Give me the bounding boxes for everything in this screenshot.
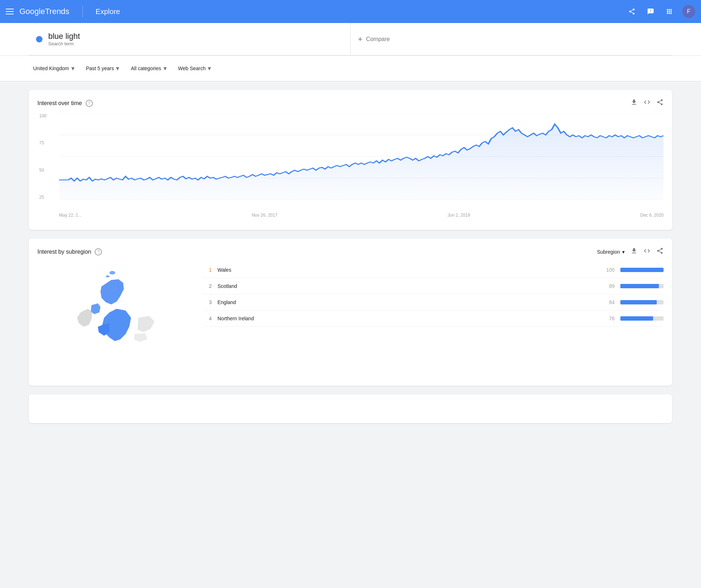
compare-box[interactable]: + Compare: [350, 23, 672, 55]
y-label-25: 25: [39, 195, 46, 200]
share-icon[interactable]: [626, 6, 638, 17]
time-dropdown-icon: ▾: [116, 64, 119, 72]
embed-icon[interactable]: [643, 99, 651, 108]
region-bar-container-northern-ireland: [620, 316, 664, 321]
subregion-dropdown[interactable]: Subregion ▾: [597, 249, 625, 255]
region-rank-2: 2: [203, 283, 212, 289]
region-bar-england: [620, 300, 657, 304]
header-explore: Explore: [96, 8, 120, 16]
region-value-northern-ireland: 76: [603, 316, 615, 321]
card-actions: [630, 99, 664, 108]
compare-plus-icon: +: [358, 35, 363, 44]
subregion-content: 1 Wales 100 2 Scotland 89 3: [37, 262, 664, 377]
trend-chart: [59, 113, 664, 200]
logo-trends: Trends: [45, 7, 69, 16]
region-rank-3: 3: [203, 299, 212, 305]
subregion-dropdown-label: Subregion: [597, 249, 620, 255]
subregion-dropdown-icon: ▾: [622, 249, 625, 255]
subregion-card-header: Interest by subregion ? Subregion ▾: [37, 247, 664, 256]
search-terms-row: blue light Search term + Compare: [29, 23, 672, 55]
region-name-scotland[interactable]: Scotland: [217, 283, 597, 289]
time-filter[interactable]: Past 5 years ▾: [82, 62, 124, 75]
region-bar-container-scotland: [620, 284, 664, 288]
main-content: Interest over time ?: [0, 81, 701, 432]
region-bar-wales: [620, 268, 664, 272]
apps-icon[interactable]: [664, 6, 675, 17]
region-item-wales: 1 Wales 100: [203, 262, 664, 278]
search-term-text[interactable]: blue light: [48, 32, 80, 41]
category-dropdown-icon: ▾: [163, 64, 167, 72]
subregion-embed-icon[interactable]: [643, 247, 651, 256]
region-name-wales[interactable]: Wales: [217, 267, 597, 273]
uk-map: [59, 262, 167, 377]
header-divider: [82, 6, 83, 17]
region-name-england[interactable]: England: [217, 299, 597, 305]
svg-point-6: [106, 275, 109, 277]
region-value-england: 84: [603, 299, 615, 305]
card-header: Interest over time ?: [37, 99, 664, 108]
region-item-scotland: 2 Scotland 89: [203, 278, 664, 294]
region-dropdown-icon: ▾: [71, 64, 75, 72]
search-term-type: Search term: [48, 41, 80, 46]
bottom-card: [29, 394, 672, 423]
header-logo: Google Trends: [19, 7, 69, 16]
subregion-help-icon[interactable]: ?: [95, 248, 102, 255]
search-term-info: blue light Search term: [48, 32, 80, 46]
x-label-1: Nov 26, 2017: [252, 213, 277, 218]
region-bar-scotland: [620, 284, 659, 288]
y-label-100: 100: [39, 113, 46, 118]
y-label-50: 50: [39, 168, 46, 173]
search-type-label: Web Search: [178, 65, 206, 71]
region-bar-container-wales: [620, 268, 664, 272]
feedback-icon[interactable]: [645, 6, 656, 17]
time-label: Past 5 years: [86, 65, 114, 71]
download-icon[interactable]: [630, 99, 638, 108]
header-left: Google Trends Explore: [6, 6, 120, 17]
region-label: United Kingdom: [33, 65, 69, 71]
category-label: All categories: [131, 65, 161, 71]
region-rank-1: 1: [203, 267, 212, 273]
region-filter[interactable]: United Kingdom ▾: [29, 62, 79, 75]
subregion-header-right: Subregion ▾: [597, 247, 664, 256]
y-axis-labels: 100 75 50 25: [39, 113, 46, 207]
subregion-title: Interest by subregion: [37, 249, 91, 255]
region-item-england: 3 England 84: [203, 294, 664, 311]
interest-over-time-title: Interest over time: [37, 100, 82, 107]
subregion-title-row: Interest by subregion ?: [37, 248, 102, 255]
header-right: F: [626, 5, 695, 18]
region-item-northern-ireland: 4 Northern Ireland 76: [203, 311, 664, 327]
y-label-75: 75: [39, 140, 46, 145]
category-filter[interactable]: All categories ▾: [126, 62, 171, 75]
avatar[interactable]: F: [682, 5, 695, 18]
search-area: blue light Search term + Compare: [0, 23, 701, 56]
search-type-filter[interactable]: Web Search ▾: [174, 62, 216, 75]
x-label-2: Jun 2, 2019: [448, 213, 470, 218]
interest-over-time-card: Interest over time ?: [29, 90, 672, 230]
share-chart-icon[interactable]: [656, 99, 664, 108]
x-label-3: Dec 6, 2020: [640, 213, 664, 218]
hamburger-menu[interactable]: [6, 9, 14, 14]
svg-point-5: [109, 271, 115, 275]
region-bar-northern-ireland: [620, 316, 653, 321]
filters-row: United Kingdom ▾ Past 5 years ▾ All cate…: [0, 56, 701, 81]
uk-map-container: [37, 262, 189, 377]
search-term-dot: [36, 36, 42, 42]
x-label-0: May 22, 2...: [59, 213, 82, 218]
search-type-dropdown-icon: ▾: [208, 64, 211, 72]
region-bar-container-england: [620, 300, 664, 304]
header: Google Trends Explore F: [0, 0, 701, 23]
region-name-northern-ireland[interactable]: Northern Ireland: [217, 316, 597, 321]
region-value-scotland: 89: [603, 283, 615, 289]
region-list: 1 Wales 100 2 Scotland 89 3: [203, 262, 664, 377]
help-icon[interactable]: ?: [86, 100, 93, 107]
interest-by-subregion-card: Interest by subregion ? Subregion ▾: [29, 239, 672, 386]
subregion-share-icon[interactable]: [656, 247, 664, 256]
card-title-row: Interest over time ?: [37, 100, 93, 107]
chart-area: 100 75 50 25: [59, 113, 664, 207]
logo-google: Google: [19, 7, 45, 16]
x-axis-labels: May 22, 2... Nov 26, 2017 Jun 2, 2019 De…: [59, 213, 664, 218]
compare-label: Compare: [366, 36, 390, 42]
subregion-download-icon[interactable]: [630, 247, 638, 256]
search-term-box: blue light Search term: [29, 23, 350, 55]
region-rank-4: 4: [203, 316, 212, 321]
